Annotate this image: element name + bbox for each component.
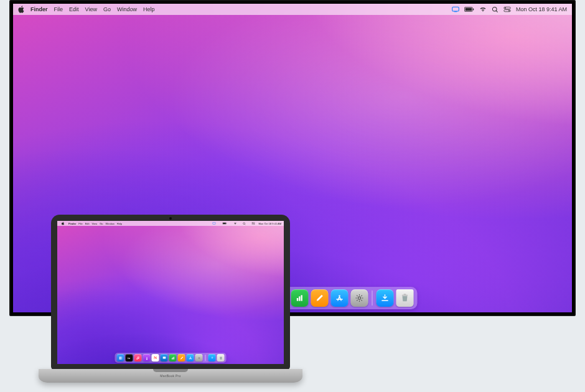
menu-view[interactable]: View — [85, 6, 97, 12]
display-mirror-icon[interactable] — [452, 6, 459, 12]
battery-icon[interactable] — [464, 7, 474, 12]
dock-trash-icon[interactable] — [217, 354, 225, 362]
apple-menu-icon[interactable] — [60, 221, 66, 227]
macbook-screen: Finder File Edit View Go Window Help Mon… — [57, 221, 284, 364]
svg-point-28 — [253, 224, 254, 225]
svg-rect-31 — [171, 358, 172, 359]
svg-point-8 — [508, 10, 510, 11]
svg-rect-20 — [212, 222, 215, 224]
macbook-hinge-notch — [153, 369, 188, 372]
dock-downloads-icon[interactable] — [208, 354, 216, 362]
svg-rect-25 — [251, 222, 255, 223]
dock-pages-icon[interactable] — [311, 289, 329, 307]
macbook-camera — [169, 217, 172, 220]
svg-point-24 — [243, 222, 245, 224]
menu-go[interactable]: Go — [103, 6, 111, 12]
wifi-icon[interactable] — [479, 6, 487, 12]
svg-rect-35 — [219, 357, 222, 357]
dock-pages-icon[interactable] — [178, 354, 185, 362]
svg-rect-30 — [162, 357, 166, 358]
dock-appstore-icon[interactable] — [331, 289, 349, 307]
wifi-icon[interactable] — [232, 221, 239, 226]
dock-settings-icon[interactable] — [195, 354, 203, 362]
svg-rect-0 — [452, 7, 459, 11]
dock-podcasts-icon[interactable] — [143, 354, 151, 362]
svg-rect-33 — [173, 357, 174, 359]
svg-rect-18 — [402, 295, 408, 296]
dock-appstore-icon[interactable] — [187, 354, 194, 362]
menubar-clock[interactable]: Mon Oct 18 9:41 AM — [259, 222, 281, 225]
apple-menu-icon[interactable] — [18, 6, 24, 13]
control-center-icon[interactable] — [503, 6, 511, 12]
dock-separator — [372, 291, 373, 306]
dock-tv-icon[interactable]: tv — [126, 354, 133, 362]
svg-rect-32 — [172, 357, 173, 359]
spotlight-icon[interactable] — [492, 6, 498, 13]
menu-go[interactable]: Go — [100, 222, 103, 225]
display-mirror-icon[interactable] — [210, 221, 218, 226]
dock-finder-icon[interactable] — [117, 354, 124, 362]
svg-point-4 — [492, 7, 497, 11]
macbook-model-label: MacBook Pro — [39, 374, 302, 378]
menu-edit[interactable]: Edit — [85, 222, 90, 225]
dock-music-icon[interactable] — [134, 354, 142, 362]
svg-point-17 — [358, 297, 360, 299]
dock-downloads-icon[interactable] — [377, 289, 394, 307]
macbook-device: Finder File Edit View Go Window Help Mon… — [39, 215, 302, 383]
menu-help[interactable]: Help — [117, 222, 122, 225]
dock-settings-icon[interactable] — [351, 289, 368, 307]
svg-rect-2 — [466, 8, 472, 11]
dock-numbers-icon[interactable] — [169, 354, 177, 362]
battery-icon[interactable] — [220, 221, 230, 226]
svg-point-29 — [146, 357, 147, 357]
menu-file[interactable]: File — [78, 222, 82, 225]
status-icons: Mon Oct 18 9:41 AM — [452, 6, 567, 13]
svg-rect-19 — [404, 294, 406, 294]
dock-separator — [205, 355, 206, 361]
dock-news-icon[interactable]: N — [152, 354, 159, 362]
svg-point-26 — [252, 223, 253, 223]
menu-file[interactable]: File — [54, 6, 63, 12]
status-icons: Mon Oct 18 9:41 AM — [210, 221, 281, 227]
menubar-clock[interactable]: Mon Oct 18 9:41 AM — [516, 6, 567, 12]
dock: tv N — [115, 353, 227, 363]
svg-point-34 — [199, 357, 200, 358]
menu-bar: Finder File Edit View Go Window Help — [13, 4, 572, 15]
menu-window[interactable]: Window — [117, 6, 137, 12]
macbook-base: MacBook Pro — [39, 369, 302, 383]
menu-view[interactable]: View — [92, 222, 98, 225]
menu-edit[interactable]: Edit — [69, 6, 79, 12]
active-app-name[interactable]: Finder — [68, 222, 76, 225]
active-app-name[interactable]: Finder — [30, 6, 48, 12]
menu-help[interactable]: Help — [143, 6, 155, 12]
svg-rect-22 — [223, 223, 226, 224]
tv-glyph: tv — [128, 357, 131, 360]
control-center-icon[interactable] — [250, 221, 257, 226]
svg-rect-3 — [473, 8, 474, 10]
dock-trash-icon[interactable] — [396, 289, 414, 307]
menu-window[interactable]: Window — [106, 222, 115, 225]
svg-point-6 — [505, 7, 506, 9]
dock-keynote-icon[interactable] — [161, 354, 168, 362]
spotlight-icon[interactable] — [241, 221, 248, 227]
menu-bar: Finder File Edit View Go Window Help Mon… — [57, 221, 284, 226]
desktop-wallpaper — [57, 221, 284, 364]
news-glyph: N — [154, 355, 157, 360]
macbook-lid: Finder File Edit View Go Window Help Mon… — [51, 215, 290, 370]
